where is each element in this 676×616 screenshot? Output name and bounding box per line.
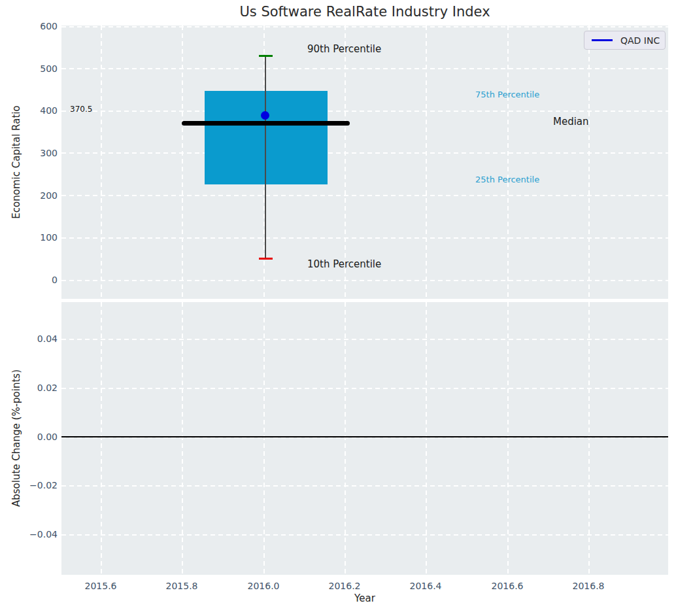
boxplot-90th-cap [259,55,273,57]
company-data-point [261,111,269,120]
ytick-200: 200 [18,190,58,201]
gridline-vertical [182,26,183,299]
boxplot-median-line [182,121,350,126]
bottom-y-axis-label: Absolute Change (%-points) [10,369,22,507]
gridline-horizontal [61,152,668,154]
gridline-vertical [182,302,183,575]
xtick-2016.4: 2016.4 [403,580,448,592]
ytick-600: 600 [18,20,58,32]
gridline-horizontal [61,237,668,239]
gridline-horizontal [61,195,668,196]
ytick-400: 400 [18,105,58,116]
legend-label: QAD INC [620,35,660,46]
boxplot-whisker-line [265,56,266,258]
ytick-0.02: 0.02 [18,382,58,394]
xtick-2016.2: 2016.2 [322,580,367,592]
gridline-horizontal [61,534,668,536]
gridline-vertical [263,302,265,575]
xtick-2015.8: 2015.8 [159,580,205,592]
gridline-vertical [101,302,102,575]
gridline-vertical [345,302,346,575]
annotation-90th-percentile: 90th Percentile [307,43,381,55]
boxplot-iqr-box [205,91,328,184]
gridline-vertical [426,26,427,299]
ytick-neg0.04: −0.04 [18,528,58,540]
ytick-500: 500 [18,63,58,75]
annotation-10th-percentile: 10th Percentile [307,258,381,270]
legend-box: QAD INC [584,31,666,50]
ytick-0.04: 0.04 [18,333,58,345]
xtick-2015.6: 2015.6 [78,580,124,592]
annotation-median: Median [553,116,589,128]
annotation-75th-percentile: 75th Percentile [475,90,539,99]
gridline-vertical [588,302,590,575]
top-subplot: 90th Percentile 10th Percentile 75th Per… [61,26,668,299]
gridline-vertical [101,26,102,299]
gridline-vertical [507,302,509,575]
gridline-horizontal [61,68,668,69]
ytick-neg0.02: −0.02 [18,479,58,491]
figure-canvas: Us Software RealRate Industry Index 90th… [0,0,676,616]
gridline-horizontal [61,388,668,389]
xtick-2016.8: 2016.8 [566,580,611,592]
ytick-100: 100 [18,231,58,243]
xtick-2016.6: 2016.6 [484,580,530,592]
top-y-axis-label: Economic Capital Ratio [10,105,22,218]
ytick-0: 0 [18,274,58,286]
chart-title: Us Software RealRate Industry Index [61,4,668,20]
annotation-25th-percentile: 25th Percentile [475,175,539,184]
ytick-300: 300 [18,147,58,159]
median-value-label: 370.5 [70,105,159,114]
x-axis-label: Year [354,592,375,604]
gridline-vertical [426,302,427,575]
gridline-horizontal [61,339,668,340]
gridline-horizontal [61,26,668,27]
gridline-horizontal [61,280,668,281]
legend-line-sample [592,39,613,41]
gridline-horizontal [61,485,668,487]
xtick-2016.0: 2016.0 [241,580,286,592]
ytick-0.00: 0.00 [18,431,58,443]
gridline-vertical [507,26,509,299]
boxplot-10th-cap [259,258,273,260]
zero-reference-line [61,436,668,437]
gridline-vertical [588,26,590,299]
bottom-subplot [61,302,668,575]
